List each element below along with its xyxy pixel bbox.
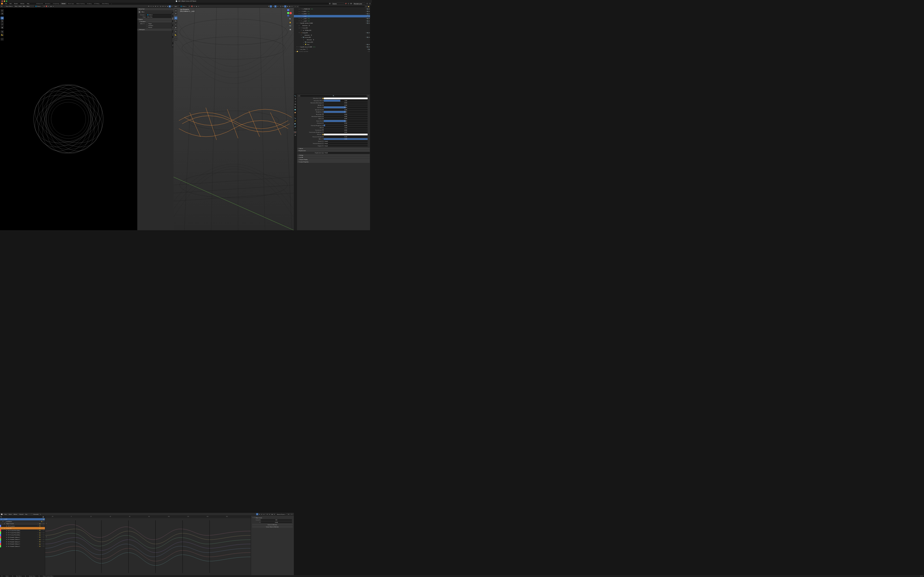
orient-dropdown-mid[interactable]: 🌐 Global ▾: [179, 5, 187, 7]
overlay-drop-icon[interactable]: ▾: [277, 5, 279, 8]
n-tab-animate[interactable]: Animate: [172, 26, 174, 32]
tool-move[interactable]: ✥: [0, 16, 3, 19]
outliner-row[interactable]: ▸●SVGMat.003: [294, 29, 370, 32]
section-custom-props[interactable]: Custom Properties: [297, 161, 370, 163]
property-slider[interactable]: 0.030: [324, 125, 367, 126]
outliner-row[interactable]: ▸📷Camera.002: [294, 41, 370, 44]
viewport-left-canvas[interactable]: [0, 8, 137, 230]
new-viewlayer-icon[interactable]: ❐: [366, 3, 368, 5]
new-collection-icon[interactable]: 📁: [368, 6, 370, 8]
socket-dot-icon[interactable]: [322, 136, 323, 137]
eye-icon[interactable]: 👁: [366, 18, 367, 19]
ptab-output-icon[interactable]: 🖨: [294, 100, 296, 103]
outliner-row[interactable]: ▸〰️zzz_Chart10👁📷: [294, 48, 370, 50]
property-slider[interactable]: 0.500: [324, 106, 367, 108]
tool-select-box[interactable]: ▭: [0, 9, 3, 12]
ws-tab[interactable]: UV Editing: [93, 3, 101, 5]
tool-cursor[interactable]: ✛: [0, 12, 3, 15]
tool-measure[interactable]: 📐: [0, 34, 3, 36]
anim-dot-icon[interactable]: ·: [368, 104, 370, 106]
mode-dropdown[interactable]: ⬚ Object Mode ▾: [3, 5, 14, 7]
expand-icon[interactable]: ▾: [296, 23, 298, 24]
overlay-drop-icon[interactable]: ▾: [157, 5, 159, 8]
proportional-icon[interactable]: ◉: [195, 5, 197, 8]
ptab-object-icon[interactable]: ⬚: [294, 114, 296, 117]
socket-dot-icon[interactable]: [322, 139, 323, 139]
affect-origins-check[interactable]: [146, 23, 148, 24]
snap-drop-icon[interactable]: ▾: [48, 5, 50, 8]
property-drop[interactable]: Default: [324, 142, 367, 144]
tool-transform[interactable]: ◈: [174, 26, 177, 29]
socket-dot-icon[interactable]: [322, 125, 323, 126]
proportional-icon[interactable]: ◉: [50, 5, 52, 8]
anim-dot-icon[interactable]: ·: [368, 109, 370, 110]
vp-menu-select[interactable]: Select: [18, 6, 22, 7]
property-color[interactable]: [324, 98, 367, 99]
pan-icon[interactable]: ✋: [289, 21, 292, 24]
shade-wire-icon[interactable]: ⊞: [282, 5, 284, 8]
ws-tab[interactable]: Motion Tracking: [75, 3, 85, 5]
ws-tab[interactable]: Scripting: [86, 3, 93, 5]
props-search[interactable]: 🔍: [301, 95, 366, 97]
socket-dot-icon[interactable]: [322, 107, 323, 108]
ptab-texture-icon[interactable]: ▦: [294, 134, 296, 136]
property-slider[interactable]: 0.000: [324, 129, 367, 131]
display-mode-icon[interactable]: ▾: [297, 6, 299, 8]
restrict-camera-icon[interactable]: 📷: [367, 8, 369, 10]
anim-dot-icon[interactable]: ·: [368, 129, 370, 131]
properties-body[interactable]: ⊟ 🔍 ▾ Subsurface Color·Subsurface IOR1.4…: [297, 94, 370, 230]
close-window-button[interactable]: [2, 0, 3, 2]
anim-dot-icon[interactable]: ·: [368, 131, 370, 133]
exclude-icon[interactable]: ☐: [368, 51, 369, 52]
expand-icon[interactable]: ▸: [298, 25, 300, 26]
editor-type-icon[interactable]: ⊟: [298, 95, 300, 97]
pin-icon[interactable]: 📌: [345, 3, 347, 5]
eye-icon[interactable]: 👁: [366, 11, 367, 12]
tool-annotate[interactable]: ✎: [174, 30, 177, 33]
outliner-row[interactable]: ▾〰️SpiralA_Cylinder.CLEAN👁📷🖥: [294, 22, 370, 24]
tool-add-cube[interactable]: ⬚: [174, 38, 177, 40]
gizmo-drop-icon[interactable]: ▾: [152, 5, 154, 8]
ws-tab[interactable]: 3D View Full: [35, 3, 44, 5]
outliner-row[interactable]: ▸〰️3_AXIS ↻ ↻👁📷🖥: [294, 10, 370, 13]
tool-rotate[interactable]: ↻: [0, 20, 3, 23]
socket-dot-icon[interactable]: [322, 141, 323, 142]
property-slider[interactable]: 0.000: [324, 109, 367, 110]
property-slider[interactable]: 0.000: [324, 118, 367, 119]
axis-z-icon[interactable]: Z: [287, 9, 289, 11]
expand-icon[interactable]: ▸: [301, 34, 302, 35]
ws-tab[interactable]: Video Editing: [101, 3, 110, 5]
property-slider[interactable]: 0.000: [324, 104, 367, 106]
restrict-camera-icon[interactable]: 📷: [367, 16, 369, 17]
tool-cursor[interactable]: ✛: [174, 12, 177, 15]
anim-dot-icon[interactable]: ·: [368, 118, 370, 119]
shade-matprev-icon[interactable]: ◐: [166, 5, 169, 8]
property-slider[interactable]: 1.000: [324, 138, 367, 140]
pivot-icon[interactable]: ⊙: [43, 5, 45, 8]
anim-dot-icon[interactable]: ·: [368, 106, 370, 108]
expand-icon[interactable]: ▸: [303, 44, 304, 45]
ptab-render-icon[interactable]: 🖥: [294, 97, 296, 100]
section-settings[interactable]: Settings: [297, 154, 370, 156]
add-workspace-button[interactable]: +: [110, 3, 113, 5]
shade-rendered-icon[interactable]: ◉: [169, 5, 171, 8]
ptab-physics-icon[interactable]: 🌊: [294, 122, 296, 125]
restrict-render-icon[interactable]: 🖥: [369, 23, 370, 24]
expand-icon[interactable]: ▾: [298, 27, 300, 29]
anim-dot-icon[interactable]: ·: [368, 138, 370, 140]
outliner-row[interactable]: ▸Animation⇄: [294, 34, 370, 36]
expand-icon[interactable]: ▸: [298, 18, 300, 19]
ptab-constraint-icon[interactable]: 🔗: [294, 126, 296, 128]
camera-view-icon[interactable]: 📷: [289, 24, 292, 27]
object-type-vis-icon[interactable]: 👁: [148, 5, 150, 8]
expand-icon[interactable]: ▸: [298, 13, 300, 14]
affect-locations-check[interactable]: [146, 25, 148, 26]
restrict-camera-icon[interactable]: 📷: [367, 32, 369, 34]
restrict-camera-icon[interactable]: 📷: [367, 44, 369, 45]
gizmo-icon[interactable]: ⤧: [150, 5, 152, 8]
n-tab-treegen[interactable]: TreeGen: [172, 37, 174, 44]
socket-dot-icon[interactable]: [322, 116, 323, 117]
restrict-render-icon[interactable]: 🖥: [369, 13, 370, 15]
shade-rendered-icon[interactable]: ◉: [289, 5, 291, 8]
overlay-icon[interactable]: ⊕: [154, 5, 156, 8]
